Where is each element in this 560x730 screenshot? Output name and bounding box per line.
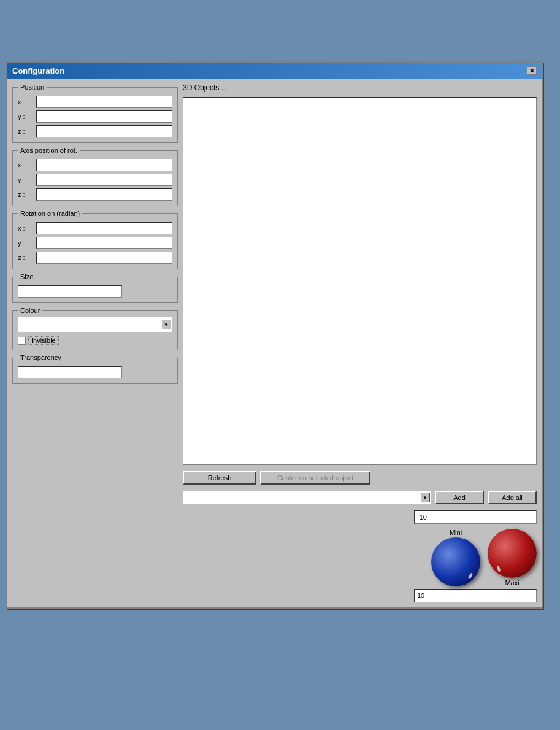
mini-knob[interactable]: [431, 537, 480, 586]
colour-select[interactable]: [18, 317, 172, 332]
rotation-y-label: y :: [18, 239, 36, 247]
transparency-group: Transparency: [12, 354, 178, 384]
axis-group: Axis position of rot. x : y : z :: [12, 147, 178, 206]
window-title: Configuration: [12, 66, 64, 75]
axis-y-input[interactable]: [36, 174, 172, 186]
rotation-x-input[interactable]: [36, 222, 172, 234]
rotation-group: Rotation on (radian) x : y : z :: [12, 210, 178, 269]
rotation-y-input[interactable]: [36, 237, 172, 249]
knob-section-maxi: Maxi: [488, 529, 537, 586]
add-dropdown-wrapper: ▼: [183, 491, 431, 504]
invisible-checkbox[interactable]: [18, 337, 26, 345]
right-panel: 3D Objects ... Refresh Center on selecte…: [183, 83, 537, 602]
colour-group: Colour ▼ Invisible: [12, 307, 178, 350]
transparency-input[interactable]: [18, 366, 122, 378]
position-label: Position: [18, 83, 47, 91]
left-panel: Position x : y : z : Axis position of ro…: [12, 83, 178, 602]
maxi-knob[interactable]: [488, 529, 537, 578]
transparency-row: [18, 366, 172, 378]
rotation-z-label: z :: [18, 254, 36, 261]
rotation-x-label: x :: [18, 225, 36, 232]
objects-list[interactable]: [183, 97, 537, 465]
axis-y-label: y :: [18, 176, 36, 183]
position-z-input[interactable]: [36, 125, 172, 137]
rotation-x-row: x :: [18, 222, 172, 234]
rotation-z-row: z :: [18, 252, 172, 264]
invisible-label: Invisible: [28, 336, 59, 345]
maxi-label: Maxi: [505, 579, 519, 586]
size-input[interactable]: [18, 285, 122, 298]
rotation-label: Rotation on (radian): [18, 210, 82, 217]
transparency-label: Transparency: [18, 354, 64, 361]
axis-z-input[interactable]: [36, 188, 172, 201]
size-row: [18, 285, 172, 298]
objects-label: 3D Objects ...: [183, 83, 537, 92]
add-button[interactable]: Add: [435, 491, 484, 504]
invisible-row: Invisible: [18, 336, 172, 345]
refresh-button[interactable]: Refresh: [183, 471, 256, 485]
position-z-label: z :: [18, 128, 36, 135]
colour-dropdown-wrapper: ▼: [18, 317, 172, 332]
position-group: Position x : y : z :: [12, 83, 178, 143]
title-bar: Configuration ✕: [7, 63, 542, 79]
maxi-value-input[interactable]: [414, 589, 537, 602]
knobs-row: Mini Maxi: [431, 529, 537, 586]
configuration-window: Configuration ✕ Position x : y : z :: [6, 61, 543, 609]
mini-label: Mini: [450, 529, 462, 536]
axis-label: Axis position of rot.: [18, 147, 80, 154]
axis-z-label: z :: [18, 191, 36, 198]
add-dropdown[interactable]: [183, 491, 431, 504]
position-x-label: x :: [18, 98, 36, 106]
add-row: ▼ Add Add all: [183, 491, 537, 504]
rotation-z-input[interactable]: [36, 252, 172, 264]
mini-maxi-section: Mini Maxi: [183, 510, 537, 602]
position-y-label: y :: [18, 113, 36, 120]
rotation-y-row: y :: [18, 237, 172, 249]
axis-z-row: z :: [18, 188, 172, 201]
colour-legend: Colour: [18, 307, 42, 314]
knob-section-mini: Mini: [431, 529, 480, 586]
action-buttons-row: Refresh Center on selected object: [183, 471, 537, 485]
axis-x-input[interactable]: [36, 159, 172, 171]
axis-x-label: x :: [18, 161, 36, 169]
position-x-input[interactable]: [36, 96, 172, 108]
mini-value-input[interactable]: [414, 510, 537, 524]
close-button[interactable]: ✕: [527, 66, 537, 75]
axis-x-row: x :: [18, 159, 172, 171]
position-y-input[interactable]: [36, 110, 172, 123]
position-y-row: y :: [18, 110, 172, 123]
size-group: Size: [12, 273, 178, 303]
size-label: Size: [18, 273, 36, 280]
add-all-button[interactable]: Add all: [488, 491, 537, 504]
position-x-row: x :: [18, 96, 172, 108]
position-z-row: z :: [18, 125, 172, 137]
center-button[interactable]: Center on selected object: [260, 471, 370, 485]
axis-y-row: y :: [18, 174, 172, 186]
